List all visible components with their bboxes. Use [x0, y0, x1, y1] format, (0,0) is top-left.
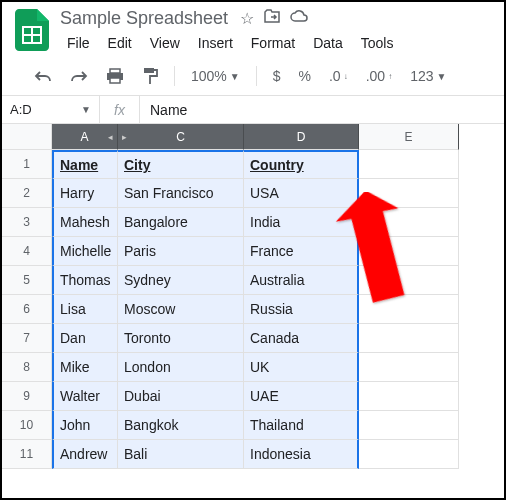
cell[interactable] — [359, 411, 459, 440]
cell[interactable]: City — [118, 150, 244, 179]
cell[interactable]: Canada — [244, 324, 359, 353]
cell[interactable]: Name — [52, 150, 118, 179]
cell[interactable] — [359, 353, 459, 382]
cell[interactable]: Moscow — [118, 295, 244, 324]
cell[interactable]: Paris — [118, 237, 244, 266]
formula-bar: A:D▼ fx Name — [2, 96, 504, 124]
undo-icon[interactable] — [28, 65, 58, 87]
name-box[interactable]: A:D▼ — [2, 96, 100, 123]
print-icon[interactable] — [100, 64, 130, 88]
cell[interactable] — [359, 237, 459, 266]
column-headers: A◂ ▸C D E — [2, 124, 504, 150]
cloud-icon[interactable] — [290, 9, 308, 28]
menu-edit[interactable]: Edit — [101, 31, 139, 55]
percent-button[interactable]: % — [293, 64, 317, 88]
toolbar: 100% ▼ $ % .0↓ .00↑ 123▼ — [2, 55, 504, 96]
svg-rect-3 — [110, 69, 120, 73]
cell[interactable] — [359, 208, 459, 237]
menu-file[interactable]: File — [60, 31, 97, 55]
row-header[interactable]: 3 — [2, 208, 52, 237]
cell[interactable]: USA — [244, 179, 359, 208]
cell[interactable]: Michelle — [52, 237, 118, 266]
cell[interactable]: Thailand — [244, 411, 359, 440]
cell[interactable]: Sydney — [118, 266, 244, 295]
row-header[interactable]: 9 — [2, 382, 52, 411]
decrease-decimal-button[interactable]: .0↓ — [323, 64, 354, 88]
cell[interactable]: Russia — [244, 295, 359, 324]
col-header-D[interactable]: D — [244, 124, 359, 150]
menu-bar: File Edit View Insert Format Data Tools — [60, 31, 494, 55]
row-header[interactable]: 10 — [2, 411, 52, 440]
cell[interactable]: France — [244, 237, 359, 266]
svg-rect-6 — [144, 68, 154, 73]
col-header-A[interactable]: A◂ — [52, 124, 118, 150]
number-format-select[interactable]: 123▼ — [404, 64, 452, 88]
menu-tools[interactable]: Tools — [354, 31, 401, 55]
cell[interactable]: Bali — [118, 440, 244, 469]
cell[interactable] — [359, 440, 459, 469]
row-header[interactable]: 6 — [2, 295, 52, 324]
cell[interactable]: Walter — [52, 382, 118, 411]
cell[interactable]: London — [118, 353, 244, 382]
cell[interactable]: San Francisco — [118, 179, 244, 208]
cell[interactable]: Indonesia — [244, 440, 359, 469]
zoom-select[interactable]: 100% ▼ — [185, 64, 246, 88]
cell[interactable]: Country — [244, 150, 359, 179]
svg-rect-5 — [110, 78, 120, 83]
increase-decimal-button[interactable]: .00↑ — [360, 64, 398, 88]
paint-format-icon[interactable] — [136, 63, 164, 89]
cell[interactable]: UAE — [244, 382, 359, 411]
doc-title[interactable]: Sample Spreadsheet — [60, 8, 228, 29]
menu-data[interactable]: Data — [306, 31, 350, 55]
cell[interactable]: John — [52, 411, 118, 440]
formula-input[interactable]: Name — [140, 102, 197, 118]
cell[interactable]: Mahesh — [52, 208, 118, 237]
cell[interactable] — [359, 324, 459, 353]
cell[interactable] — [359, 295, 459, 324]
cell[interactable]: Andrew — [52, 440, 118, 469]
cell[interactable] — [359, 150, 459, 179]
star-icon[interactable]: ☆ — [240, 9, 254, 28]
row-header[interactable]: 5 — [2, 266, 52, 295]
app-header: Sample Spreadsheet ☆ File Edit View Inse… — [2, 2, 504, 55]
row-header[interactable]: 11 — [2, 440, 52, 469]
cell[interactable]: Mike — [52, 353, 118, 382]
cell[interactable]: Bangkok — [118, 411, 244, 440]
cell[interactable]: UK — [244, 353, 359, 382]
cell[interactable] — [359, 266, 459, 295]
currency-button[interactable]: $ — [267, 64, 287, 88]
grid-body: 1NameCityCountry 2HarrySan FranciscoUSA … — [2, 150, 504, 469]
menu-format[interactable]: Format — [244, 31, 302, 55]
cell[interactable]: Lisa — [52, 295, 118, 324]
row-header[interactable]: 8 — [2, 353, 52, 382]
cell[interactable]: Dubai — [118, 382, 244, 411]
row-header[interactable]: 4 — [2, 237, 52, 266]
cell[interactable]: Thomas — [52, 266, 118, 295]
fx-label: fx — [100, 96, 140, 123]
cell[interactable]: Bangalore — [118, 208, 244, 237]
menu-insert[interactable]: Insert — [191, 31, 240, 55]
row-header[interactable]: 7 — [2, 324, 52, 353]
col-header-E[interactable]: E — [359, 124, 459, 150]
select-all-corner[interactable] — [2, 124, 52, 150]
cell[interactable]: Toronto — [118, 324, 244, 353]
cell[interactable]: Dan — [52, 324, 118, 353]
redo-icon[interactable] — [64, 65, 94, 87]
cell[interactable]: Australia — [244, 266, 359, 295]
menu-view[interactable]: View — [143, 31, 187, 55]
cell[interactable]: India — [244, 208, 359, 237]
cell[interactable]: Harry — [52, 179, 118, 208]
cell[interactable] — [359, 382, 459, 411]
col-header-C[interactable]: ▸C — [118, 124, 244, 150]
move-icon[interactable] — [264, 9, 280, 28]
cell[interactable] — [359, 179, 459, 208]
row-header[interactable]: 2 — [2, 179, 52, 208]
row-header[interactable]: 1 — [2, 150, 52, 179]
sheets-logo[interactable] — [12, 10, 52, 50]
